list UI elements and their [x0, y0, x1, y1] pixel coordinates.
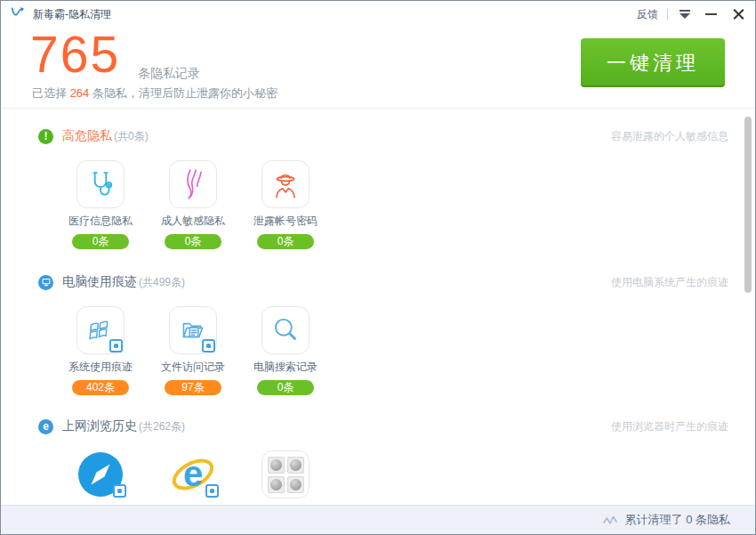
section-count-note: (共499条)	[139, 275, 185, 290]
footer-bar: 累计清理了 0 条隐私	[1, 505, 755, 534]
ie-browser-icon[interactable]: e	[169, 450, 217, 499]
pulse-icon	[603, 515, 618, 525]
section-count-note: (共0条)	[114, 129, 149, 144]
browser-grid	[268, 457, 304, 493]
app-logo-icon	[10, 4, 26, 24]
browser-icon: e	[38, 419, 53, 434]
section-computer-traces: 电脑使用痕迹 (共499条) 使用电脑系统产生的痕迹 系统使	[1, 273, 755, 395]
section-high-risk-items: 医疗信息隐私 0条 成人敏感隐私 0条	[54, 160, 755, 249]
menu-triangle-glyph	[680, 13, 690, 19]
vertical-scrollbar-thumb[interactable]	[744, 117, 752, 293]
windows-icon[interactable]	[76, 306, 125, 354]
item-label: 医疗信息隐私	[54, 214, 147, 229]
count-badge: 0条	[257, 234, 314, 249]
e-glyph: e	[43, 421, 49, 432]
section-high-risk-header: ! 高危隐私 (共0条) 容易泄露的个人敏感信息	[1, 127, 755, 145]
stats-prefix: 累计清理了	[625, 513, 687, 526]
section-hint: 使用浏览器时产生的痕迹	[611, 419, 728, 434]
item-liebao-browser	[54, 450, 147, 499]
window-title: 新毒霸-隐私清理	[33, 7, 111, 22]
checkbox-dot	[117, 489, 122, 493]
stats-suffix: 条隐私	[692, 513, 730, 526]
selected-prefix: 已选择	[32, 86, 70, 100]
count-badge: 0条	[165, 234, 221, 249]
section-hint: 使用电脑系统产生的痕迹	[611, 275, 728, 290]
total-privacy-count: 765	[30, 29, 120, 80]
exclamation-glyph: !	[44, 131, 48, 142]
count-badge: 0条	[257, 380, 314, 395]
section-high-risk: ! 高危隐私 (共0条) 容易泄露的个人敏感信息	[1, 127, 755, 249]
item-ie-browser: e	[147, 450, 239, 499]
item-other-browsers	[239, 450, 332, 499]
item-label: 电脑搜索记录	[239, 360, 332, 375]
section-computer-traces-items: 系统使用痕迹 402条 文件访问记录 97条	[54, 306, 755, 395]
item-system-traces: 系统使用痕迹 402条	[54, 306, 147, 395]
close-button[interactable]	[733, 9, 744, 20]
selected-suffix: 条隐私，清理后防止泄露你的小秘密	[89, 86, 277, 100]
minimize-button[interactable]	[705, 13, 717, 15]
titlebar-separator	[667, 9, 668, 20]
selected-checkbox-icon[interactable]	[109, 339, 123, 353]
mini-browser-icon	[268, 476, 285, 493]
item-label: 泄露帐号密码	[239, 214, 332, 229]
section-hint: 容易泄露的个人敏感信息	[611, 129, 728, 144]
menu-bar-glyph	[680, 10, 690, 12]
one-click-clean-button[interactable]: 一键清理	[581, 38, 725, 87]
item-computer-search: 电脑搜索记录 0条	[239, 306, 332, 395]
content-area: ! 高危隐私 (共0条) 容易泄露的个人敏感信息	[1, 109, 755, 505]
privacy-cleaner-window: 新毒霸-隐私清理 反馈 765 条隐私记录 已选择 264 条隐私，清理后防止泄…	[0, 0, 756, 535]
section-computer-traces-header: 电脑使用痕迹 (共499条) 使用电脑系统产生的痕迹	[1, 273, 755, 291]
section-title: 高危隐私	[62, 128, 112, 144]
other-browsers-icon[interactable]	[261, 450, 310, 499]
selected-count: 264	[70, 86, 90, 100]
selected-checkbox-icon[interactable]	[113, 484, 126, 498]
legs-icon[interactable]	[169, 160, 217, 208]
stethoscope-icon[interactable]	[76, 160, 125, 208]
count-badge: 402条	[72, 380, 129, 395]
folder-icon[interactable]	[169, 306, 217, 354]
total-privacy-label: 条隐私记录	[138, 66, 200, 82]
mini-browser-icon	[287, 457, 304, 474]
alert-icon: !	[38, 129, 53, 144]
item-label: 成人敏感隐私	[147, 214, 239, 229]
section-title: 电脑使用痕迹	[62, 274, 137, 290]
mini-browser-icon	[268, 457, 285, 474]
count-badge: 97条	[165, 380, 221, 395]
computer-icon	[38, 275, 53, 290]
svg-text:e: e	[183, 454, 203, 493]
item-label: 文件访问记录	[147, 360, 239, 375]
spy-icon[interactable]	[261, 160, 310, 208]
item-adult-privacy: 成人敏感隐私 0条	[147, 160, 239, 249]
feedback-button[interactable]: 反馈	[637, 7, 658, 22]
cleaned-stats: 累计清理了 0 条隐私	[625, 512, 730, 528]
section-browsing-history-header: e 上网浏览历史 (共262条) 使用浏览器时产生的痕迹	[1, 417, 755, 435]
checkbox-dot	[114, 344, 118, 348]
checkbox-dot	[210, 489, 214, 493]
item-label: 系统使用痕迹	[54, 360, 147, 375]
selected-summary: 已选择 264 条隐私，清理后防止泄露你的小秘密	[32, 85, 277, 101]
item-account-leak: 泄露帐号密码 0条	[239, 160, 332, 249]
section-browsing-history: e 上网浏览历史 (共262条) 使用浏览器时产生的痕迹	[1, 417, 755, 499]
mini-browser-icon	[287, 476, 304, 493]
count-badge: 0条	[72, 234, 129, 249]
selected-checkbox-icon[interactable]	[205, 484, 219, 498]
item-file-access: 文件访问记录 97条	[147, 306, 239, 395]
checkbox-dot	[206, 344, 211, 348]
section-browsing-history-items: e	[54, 450, 755, 499]
item-medical-privacy: 医疗信息隐私 0条	[54, 160, 147, 249]
section-count-note: (共262条)	[139, 419, 185, 434]
section-title: 上网浏览历史	[62, 418, 137, 434]
liebao-browser-icon[interactable]	[76, 450, 125, 499]
selected-checkbox-icon[interactable]	[202, 339, 215, 353]
search-icon[interactable]	[261, 306, 310, 354]
title-bar: 新毒霸-隐私清理 反馈	[1, 1, 755, 28]
main-menu-icon[interactable]	[679, 10, 691, 20]
